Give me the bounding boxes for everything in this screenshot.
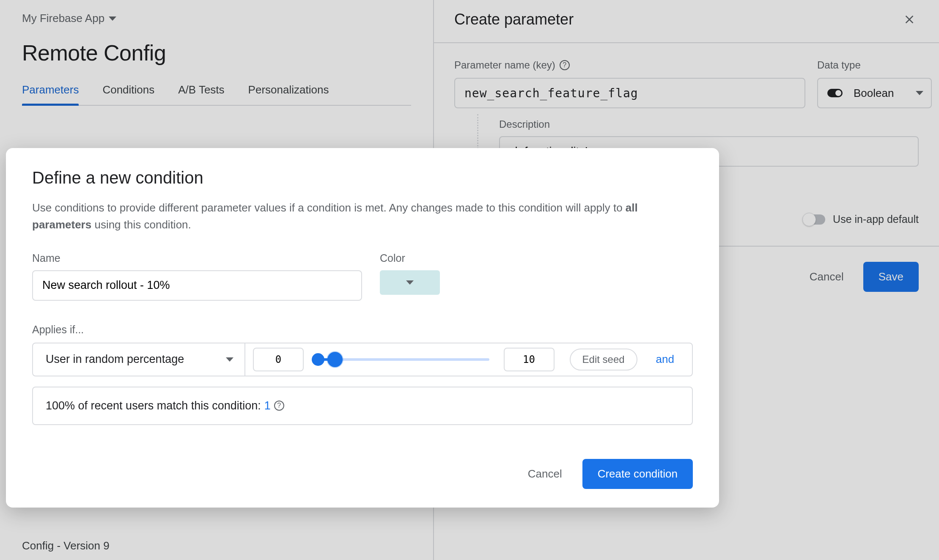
modal-title: Define a new condition	[32, 168, 693, 187]
condition-rule-row: User in random percentage Edit seed and	[32, 343, 693, 376]
condition-name-input[interactable]	[32, 270, 362, 301]
range-low-input[interactable]	[253, 348, 304, 371]
match-text: 100% of recent users match this conditio…	[46, 399, 261, 412]
match-count: 1	[264, 399, 271, 412]
condition-color-label: Color	[380, 252, 440, 264]
modal-subtext: Use conditions to provide different para…	[32, 199, 675, 233]
rule-type-select[interactable]: User in random percentage	[33, 343, 245, 376]
caret-down-icon	[226, 357, 233, 362]
define-condition-modal: Define a new condition Use conditions to…	[6, 148, 719, 508]
condition-color-select[interactable]	[380, 270, 440, 295]
help-icon[interactable]: ?	[274, 401, 284, 411]
condition-name-label: Name	[32, 252, 362, 264]
rule-type-value: User in random percentage	[46, 353, 184, 366]
edit-seed-button[interactable]: Edit seed	[570, 349, 637, 371]
modal-subtext-prefix: Use conditions to provide different para…	[32, 201, 626, 214]
modal-backdrop: Define a new condition Use conditions to…	[0, 0, 939, 560]
modal-subtext-suffix: using this condition.	[91, 218, 191, 231]
applies-if-label: Applies if...	[32, 324, 693, 336]
caret-down-icon	[406, 280, 414, 285]
slider-thumb-high[interactable]	[327, 352, 343, 367]
match-summary: 100% of recent users match this conditio…	[32, 387, 693, 425]
percentage-slider[interactable]	[318, 358, 489, 361]
add-and-condition-link[interactable]: and	[656, 353, 674, 366]
modal-cancel-button[interactable]: Cancel	[524, 461, 566, 487]
range-high-input[interactable]	[504, 348, 555, 371]
create-condition-button[interactable]: Create condition	[582, 459, 693, 489]
slider-thumb-low[interactable]	[312, 353, 324, 366]
